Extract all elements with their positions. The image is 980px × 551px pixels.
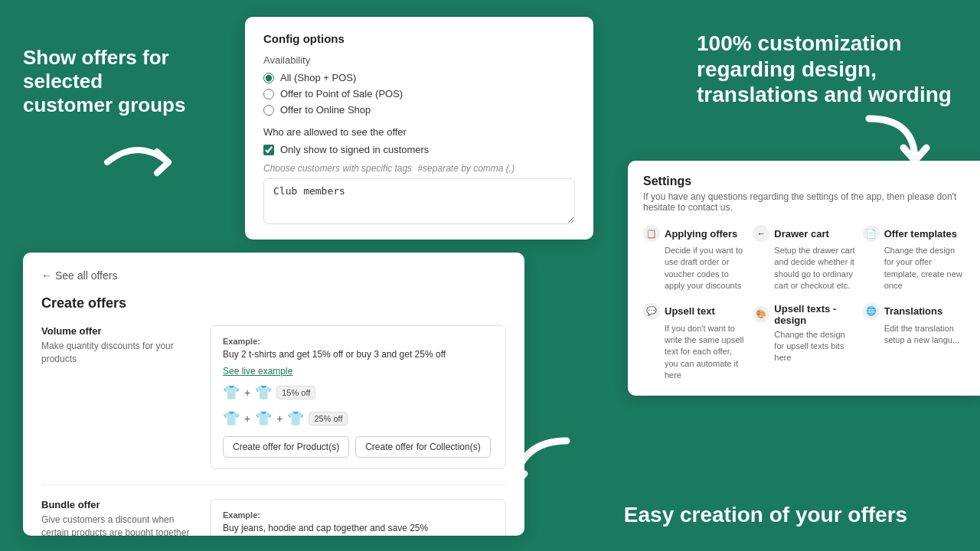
bundle-offer-info: Bundle offer Give customers a discount w… (41, 499, 194, 536)
signed-in-checkbox-row[interactable]: Only show to signed in customers (263, 144, 575, 155)
shirt-icon-2: 👕 (255, 384, 272, 401)
bundle-offer-title: Bundle offer (41, 499, 194, 510)
radio-online-input[interactable] (263, 105, 274, 116)
badge-25off: 25% off (309, 412, 348, 425)
volume-offer-example-box: Example: Buy 2 t-shirts and get 15% off … (210, 325, 506, 469)
settings-item-header: 🌐 Translations (863, 303, 965, 320)
volume-buttons: Create offer for Product(s) Create offer… (223, 436, 493, 458)
bundle-example-label: Example: (223, 510, 493, 520)
volume-offer-info: Volume offer Make quantity discounts for… (41, 325, 194, 469)
settings-subtitle: If you have any questions regarding the … (643, 191, 965, 213)
drawer-cart-desc: Setup the drawer cart and decide whether… (753, 245, 854, 292)
radio-pos-label: Offer to Point of Sale (POS) (280, 88, 403, 99)
back-label: See all offers (55, 269, 117, 282)
bundle-offer-desc: Give customers a discount when certain p… (41, 514, 194, 536)
settings-item-header: 📋 Applying offers (643, 225, 745, 242)
who-label: Who are allowed to see the offer (263, 126, 575, 138)
radio-pos[interactable]: Offer to Point of Sale (POS) (263, 88, 575, 99)
drawer-cart-title: Drawer cart (774, 228, 829, 240)
applying-offers-desc: Decide if you want to use draft order or… (643, 245, 745, 292)
settings-item-translations: 🌐 Translations Edit the translation setu… (863, 303, 965, 382)
radio-online[interactable]: Offer to Online Shop (263, 104, 575, 116)
back-arrow-icon: ← (41, 269, 52, 282)
upsell-text-title: Upsell text (665, 305, 715, 317)
radio-pos-input[interactable] (263, 89, 274, 99)
tags-input[interactable]: Club members (263, 178, 575, 224)
offer-templates-title: Offer templates (884, 228, 957, 240)
settings-item-upsell-design: 🎨 Upsell texts - design Change the desig… (753, 303, 854, 382)
radio-online-label: Offer to Online Shop (280, 104, 371, 116)
offer-templates-icon: 📄 (863, 225, 880, 242)
plus-icon-1: + (244, 386, 250, 399)
badge-15off: 15% off (276, 386, 315, 399)
applying-offers-icon: 📋 (643, 225, 660, 242)
translations-title: Translations (884, 305, 943, 317)
settings-card: Settings If you have any questions regar… (628, 161, 980, 396)
settings-item-header: 🎨 Upsell texts - design (753, 303, 854, 326)
right-top-text-section: 100% customization regarding design, tra… (697, 31, 957, 108)
signed-in-checkbox[interactable] (263, 145, 274, 155)
create-offers-title: Create offers (41, 295, 506, 311)
availability-radio-group: All (Shop + POS) Offer to Point of Sale … (263, 72, 575, 116)
settings-item-header: ← Drawer cart (753, 225, 854, 242)
availability-label: Availability (263, 54, 575, 66)
plus-icon-3: + (276, 412, 283, 425)
volume-example-text: Buy 2 t-shirts and get 15% off or buy 3 … (223, 349, 493, 360)
volume-offer-section: Volume offer Make quantity discounts for… (41, 325, 506, 469)
bundle-example-text: Buy jeans, hoodie and cap together and s… (223, 523, 493, 533)
shirt-icon-5: 👕 (287, 410, 304, 427)
settings-title: Settings (643, 174, 965, 188)
plus-icon-2: + (244, 412, 250, 425)
bottom-right-heading: Easy creation of your offers (612, 502, 919, 528)
back-button[interactable]: ← See all offers (41, 269, 117, 282)
translations-icon: 🌐 (863, 303, 880, 320)
translations-desc: Edit the translation setup a new langu..… (863, 323, 965, 347)
tags-hint: #separate by comma (,) (417, 163, 514, 174)
drawer-cart-icon: ← (753, 225, 769, 242)
left-text-section: Show offers for selected customer groups (23, 46, 191, 118)
volume-offer-title: Volume offer (41, 325, 194, 337)
settings-item-header: 💬 Upsell text (643, 303, 745, 320)
volume-offer-desc: Make quantity discounts for your product… (41, 340, 194, 366)
create-offer-collections-button[interactable]: Create offer for Collection(s) (355, 436, 491, 458)
upsell-design-icon: 🎨 (753, 306, 769, 323)
config-card-title: Config options (263, 32, 575, 45)
settings-item-upsell-text: 💬 Upsell text If you don't want to write… (643, 303, 745, 382)
right-arrow-icon (100, 130, 176, 191)
shirt-icon-3: 👕 (223, 410, 240, 427)
create-offers-card: ← See all offers Create offers Volume of… (23, 253, 524, 536)
left-heading: Show offers for selected customer groups (23, 46, 191, 118)
settings-item-drawer-cart: ← Drawer cart Setup the drawer cart and … (753, 225, 854, 292)
bundle-offer-section: Bundle offer Give customers a discount w… (41, 499, 506, 536)
upsell-text-icon: 💬 (643, 303, 660, 320)
bottom-right-text-section: Easy creation of your offers (612, 502, 919, 528)
volume-offer-visual: 👕 + 👕 15% off (223, 384, 493, 401)
settings-item-header: 📄 Offer templates (863, 225, 965, 242)
volume-example-label: Example: (223, 337, 493, 346)
tags-label: Choose customers with specific tags #sep… (263, 163, 575, 174)
shirt-icon-1: 👕 (223, 384, 240, 401)
radio-all[interactable]: All (Shop + POS) (263, 72, 575, 83)
right-top-heading: 100% customization regarding design, tra… (697, 31, 957, 108)
upsell-design-title: Upsell texts - design (774, 303, 854, 326)
create-offer-products-button[interactable]: Create offer for Product(s) (223, 436, 349, 458)
settings-item-applying-offers: 📋 Applying offers Decide if you want to … (643, 225, 745, 292)
settings-grid: 📋 Applying offers Decide if you want to … (643, 225, 965, 382)
bundle-offer-example-box: Example: Buy jeans, hoodie and cap toget… (210, 499, 506, 536)
upsell-text-desc: If you don't want to write the same upse… (643, 323, 745, 382)
shirt-icon-4: 👕 (255, 410, 272, 427)
signed-in-label: Only show to signed in customers (280, 144, 429, 155)
config-options-card: Config options Availability All (Shop + … (245, 17, 593, 240)
upsell-design-desc: Change the design for upsell texts bits … (753, 329, 854, 364)
radio-all-label: All (Shop + POS) (280, 72, 356, 83)
volume-see-live-link[interactable]: See live example (223, 366, 493, 377)
divider (41, 484, 506, 485)
card-header: ← See all offers (41, 269, 506, 282)
settings-item-offer-templates: 📄 Offer templates Change the design for … (863, 225, 965, 292)
applying-offers-title: Applying offers (665, 228, 737, 240)
offer-templates-desc: Change the design for your offer templat… (863, 245, 965, 292)
radio-all-input[interactable] (263, 73, 274, 83)
volume-offer-visual-2: 👕 + 👕 + 👕 25% off (223, 410, 493, 427)
